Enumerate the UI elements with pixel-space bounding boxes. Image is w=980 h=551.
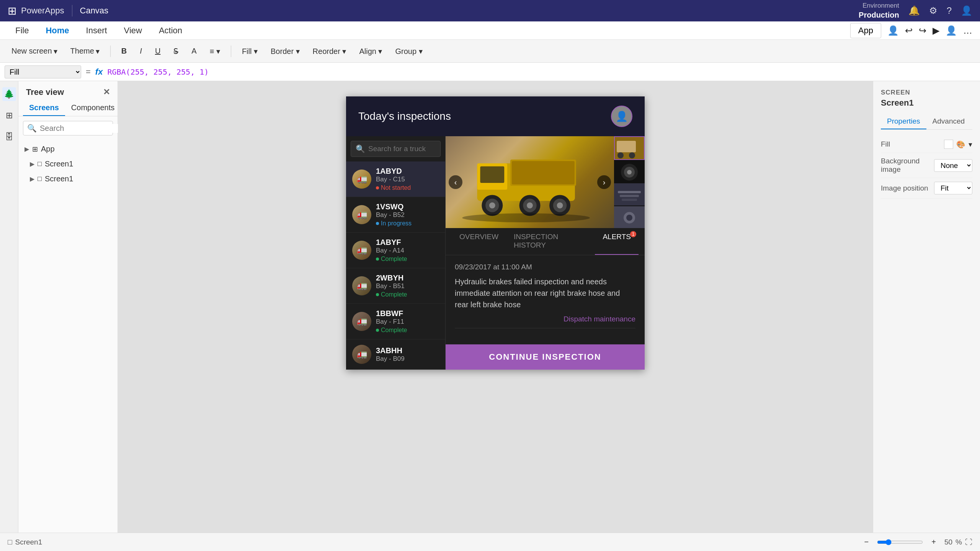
dispatch-link[interactable]: Dispatch maintenance — [455, 315, 635, 323]
main-layout: 🌲 ⊞ 🗄 Tree view ✕ Screens Components 🔍 ▶… — [0, 81, 980, 533]
status-text-1abyf: Complete — [381, 256, 407, 262]
tab-components[interactable]: Components — [65, 100, 121, 116]
thumb-2[interactable] — [614, 161, 645, 183]
app-icon: ⊞ — [32, 145, 38, 153]
components-icon[interactable]: ⊞ — [2, 109, 16, 122]
fill-dropdown-arrow[interactable]: ▾ — [969, 140, 972, 149]
menu-insert[interactable]: Insert — [78, 23, 115, 38]
font-color-button[interactable]: A — [186, 45, 202, 57]
tree-item-label-app: App — [41, 145, 55, 153]
truck-avatar-1abyd: 🚛 — [352, 170, 371, 189]
fill-icon[interactable]: 🎨 — [956, 140, 965, 149]
align-button[interactable]: ≡ ▾ — [204, 45, 225, 58]
fill-button[interactable]: Fill ▾ — [237, 45, 263, 58]
data-icon[interactable]: 🗄 — [2, 130, 16, 144]
bg-image-select[interactable]: None — [934, 159, 972, 172]
status-text-2wbyh: Complete — [381, 291, 407, 298]
screen-checkbox-icon: □ — [8, 538, 12, 546]
bell-icon[interactable]: 🔔 — [908, 5, 920, 16]
continue-inspection-button[interactable]: CONTINUE INSPECTION — [446, 344, 645, 370]
tree-item-screen1a[interactable]: ▶ □ Screen1 — [18, 156, 118, 171]
menu-home[interactable]: Home — [38, 23, 77, 38]
screen-icon-1a: □ — [38, 160, 42, 168]
sidebar-icons: 🌲 ⊞ 🗄 — [0, 81, 18, 533]
truck-status-1abyd: Not started — [376, 184, 439, 191]
tab-screens[interactable]: Screens — [23, 100, 65, 116]
prop-row-fill: Fill 🎨 ▾ — [881, 136, 972, 153]
thumb-strip — [614, 136, 645, 228]
menu-bar: File Home Insert View Action App 👤 ↩ ↪ ▶… — [0, 21, 980, 40]
truck-item-1abyf[interactable]: 🚛 1ABYF Bay - A14 Complete — [346, 233, 445, 268]
menu-view[interactable]: View — [116, 23, 150, 38]
tab-inspection-history[interactable]: INSPECTION HISTORY — [506, 228, 595, 255]
zoom-out-button[interactable]: − — [859, 536, 874, 548]
help-icon[interactable]: ? — [947, 5, 952, 16]
theme-button[interactable]: Theme ▾ — [65, 45, 105, 58]
waffle-icon[interactable]: ⊞ — [8, 5, 16, 17]
fill-swatch[interactable] — [944, 140, 953, 149]
toolbar-divider-2 — [231, 46, 231, 57]
user-avatar: 👤 — [611, 106, 632, 127]
redo-icon[interactable]: ↪ — [919, 25, 926, 36]
undo-icon[interactable]: ↩ — [905, 25, 913, 36]
prop-label-bg-image: Background image — [881, 157, 934, 174]
app-title: Today's inspections — [358, 110, 451, 122]
truck-avatar-1vswq: 🚛 — [352, 205, 371, 224]
more-icon[interactable]: … — [963, 25, 972, 36]
toolbar: New screen ▾ Theme ▾ B I U S̶ A ≡ ▾ Fill… — [0, 40, 980, 63]
new-screen-button[interactable]: New screen ▾ — [6, 45, 63, 58]
tree-item-screen1b[interactable]: ▶ □ Screen1 — [18, 171, 118, 186]
prop-label-image-pos: Image position — [881, 184, 928, 192]
zoom-in-button[interactable]: + — [926, 536, 941, 548]
thumb-tire — [614, 161, 645, 183]
border-button[interactable]: Border ▾ — [265, 45, 305, 58]
tab-overview[interactable]: OVERVIEW — [452, 228, 506, 255]
user-avatar-top[interactable]: 👤 — [961, 5, 972, 16]
truck-bay-1bbwf: Bay - F11 — [376, 318, 439, 326]
thumb-undercarriage — [614, 183, 645, 205]
settings-icon[interactable]: ⚙ — [929, 5, 938, 16]
next-image-button[interactable]: › — [597, 175, 611, 189]
prev-image-button[interactable]: ‹ — [449, 175, 462, 189]
user-connect-icon[interactable]: 👤 — [887, 25, 899, 36]
play-icon[interactable]: ▶ — [933, 25, 939, 36]
thumb-4[interactable] — [614, 206, 645, 228]
group-button[interactable]: Group ▾ — [390, 45, 428, 58]
thumb-1[interactable] — [614, 136, 645, 160]
truck-info-1abyd: 1ABYD Bay - C15 Not started — [376, 167, 439, 191]
bold-button[interactable]: B — [116, 45, 132, 57]
tree-items: ▶ ⊞ App ▶ □ Screen1 ▶ □ Screen1 — [18, 140, 118, 533]
zoom-unit: % — [956, 538, 962, 546]
fullscreen-icon[interactable]: ⛶ — [965, 538, 972, 546]
panel-tab-properties[interactable]: Properties — [881, 114, 926, 129]
panel-tab-advanced[interactable]: Advanced — [926, 114, 971, 129]
formula-input[interactable] — [107, 67, 975, 77]
image-pos-select[interactable]: Fit — [934, 182, 972, 194]
underline-button[interactable]: U — [150, 45, 166, 57]
account-icon[interactable]: 👤 — [946, 25, 957, 36]
italic-button[interactable]: I — [134, 45, 147, 57]
truck-item-1vswq[interactable]: 🚛 1VSWQ Bay - B52 In progress — [346, 197, 445, 233]
tab-alerts[interactable]: ALERTS 1 — [595, 228, 639, 255]
truck-item-2wbyh[interactable]: 🚛 2WBYH Bay - B51 Complete — [346, 268, 445, 304]
close-tree-button[interactable]: ✕ — [103, 87, 110, 97]
truck-item-1bbwf[interactable]: 🚛 1BBWF Bay - F11 Complete — [346, 304, 445, 339]
fx-icon[interactable]: fx — [95, 67, 103, 77]
svg-rect-23 — [614, 183, 645, 205]
property-selector[interactable]: Fill — [5, 65, 81, 78]
strikethrough-button[interactable]: S̶ — [168, 45, 184, 58]
tree-item-app[interactable]: ▶ ⊞ App — [18, 142, 118, 156]
zoom-slider[interactable] — [877, 539, 923, 545]
truck-item-1abyd[interactable]: 🚛 1ABYD Bay - C15 Not started — [346, 161, 445, 197]
tree-view-icon[interactable]: 🌲 — [2, 87, 16, 101]
align-pos-button[interactable]: Align ▾ — [354, 45, 387, 58]
app-button[interactable]: App — [850, 23, 881, 38]
canvas-area: Today's inspections 👤 🔍 ⇅ 🚛 1ABYD — [118, 81, 873, 533]
thumb-3[interactable] — [614, 183, 645, 205]
svg-point-13 — [557, 202, 563, 209]
truck-item-3abhh[interactable]: 🚛 3ABHH Bay - B09 — [346, 339, 445, 370]
reorder-button[interactable]: Reorder ▾ — [307, 45, 352, 58]
menu-file[interactable]: File — [8, 23, 36, 38]
truck-status-1abyf: Complete — [376, 256, 439, 262]
menu-action[interactable]: Action — [151, 23, 190, 38]
